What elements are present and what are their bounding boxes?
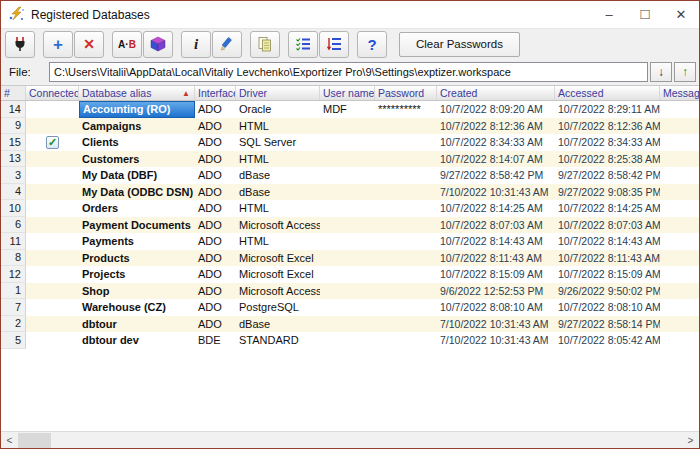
table-row[interactable]: 7Warehouse (CZ)ADOPostgreSQL10/7/2022 8:… (1, 299, 699, 316)
password-cell[interactable] (375, 316, 437, 333)
created-cell[interactable]: 10/7/2022 8:15:09 AM (437, 266, 555, 283)
interface-cell[interactable]: ADO (195, 200, 236, 217)
scroll-left-button[interactable]: < (1, 432, 18, 449)
maximize-button[interactable]: □ (627, 1, 663, 28)
interface-cell[interactable]: BDE (195, 332, 236, 349)
accessed-cell[interactable]: 9/27/2022 8:58:14 PM (555, 316, 660, 333)
alias-cell[interactable]: My Data (DBF) (79, 167, 195, 184)
table-row[interactable]: 5dbtour devBDESTANDARD7/10/2022 10:31:43… (1, 332, 699, 349)
user-cell[interactable] (320, 184, 375, 201)
help-button[interactable]: ? (357, 31, 387, 58)
clear-passwords-button[interactable]: Clear Passwords (399, 32, 520, 57)
driver-cell[interactable]: SQL Server (236, 134, 320, 151)
message-cell[interactable] (660, 332, 699, 349)
table-row[interactable]: 4My Data (ODBC DSN)ADOdBase7/10/2022 10:… (1, 184, 699, 201)
column-header-user-name[interactable]: User name (320, 86, 375, 100)
password-cell[interactable]: ********** (375, 101, 437, 118)
user-cell[interactable] (320, 299, 375, 316)
message-cell[interactable] (660, 118, 699, 135)
created-cell[interactable]: 7/10/2022 10:31:43 AM (437, 332, 555, 349)
accessed-cell[interactable]: 10/7/2022 8:14:25 AM (555, 200, 660, 217)
driver-cell[interactable]: PostgreSQL (236, 299, 320, 316)
column-header-database-alias[interactable]: Database alias ▲ (79, 86, 195, 100)
interface-cell[interactable]: ADO (195, 217, 236, 234)
created-cell[interactable]: 10/7/2022 8:14:07 AM (437, 151, 555, 168)
num-cell[interactable]: 8 (1, 250, 26, 267)
driver-cell[interactable]: dBase (236, 184, 320, 201)
alias-cell[interactable]: Warehouse (CZ) (79, 299, 195, 316)
accessed-cell[interactable]: 10/7/2022 8:11:43 AM (555, 250, 660, 267)
connected-cell[interactable] (26, 118, 79, 135)
driver-cell[interactable]: Microsoft Excel (236, 266, 320, 283)
connected-cell[interactable] (26, 233, 79, 250)
interface-cell[interactable]: ADO (195, 151, 236, 168)
created-cell[interactable]: 10/7/2022 8:08:10 AM (437, 299, 555, 316)
password-cell[interactable] (375, 332, 437, 349)
driver-cell[interactable]: Microsoft Access (236, 283, 320, 300)
message-cell[interactable] (660, 101, 699, 118)
interface-cell[interactable]: ADO (195, 250, 236, 267)
user-cell[interactable] (320, 316, 375, 333)
delete-database-button[interactable]: ✕ (74, 31, 104, 58)
connected-cell[interactable] (26, 151, 79, 168)
horizontal-scrollbar[interactable]: < > (1, 431, 699, 448)
load-workspace-button[interactable]: ↓ (650, 62, 672, 82)
created-cell[interactable]: 10/7/2022 8:07:03 AM (437, 217, 555, 234)
rename-database-button[interactable]: A·B (112, 31, 142, 58)
created-cell[interactable]: 10/7/2022 8:14:43 AM (437, 233, 555, 250)
save-workspace-button[interactable]: ↑ (674, 62, 696, 82)
accessed-cell[interactable]: 10/7/2022 8:15:09 AM (555, 266, 660, 283)
driver-cell[interactable]: dBase (236, 316, 320, 333)
interface-cell[interactable]: ADO (195, 184, 236, 201)
alias-cell[interactable]: Customers (79, 151, 195, 168)
column-header-accessed[interactable]: Accessed (555, 86, 660, 100)
alias-cell[interactable]: Orders (79, 200, 195, 217)
table-row[interactable]: 3My Data (DBF)ADOdBase9/27/2022 8:58:42 … (1, 167, 699, 184)
user-cell[interactable] (320, 332, 375, 349)
num-cell[interactable]: 7 (1, 299, 26, 316)
column-header-number[interactable]: # (1, 86, 26, 100)
accessed-cell[interactable]: 10/7/2022 8:08:10 AM (555, 299, 660, 316)
num-cell[interactable]: 2 (1, 316, 26, 333)
user-cell[interactable] (320, 118, 375, 135)
column-header-interface[interactable]: Interface (195, 86, 236, 100)
user-cell[interactable] (320, 217, 375, 234)
edit-button[interactable] (212, 31, 242, 58)
alias-cell[interactable]: Payment Documents (79, 217, 195, 234)
password-cell[interactable] (375, 184, 437, 201)
accessed-cell[interactable]: 9/27/2022 9:08:35 PM (555, 184, 660, 201)
message-cell[interactable] (660, 283, 699, 300)
message-cell[interactable] (660, 151, 699, 168)
connected-cell[interactable] (26, 250, 79, 267)
database-properties-button[interactable] (143, 31, 173, 58)
num-cell[interactable]: 15 (1, 134, 26, 151)
column-header-password[interactable]: Password (375, 86, 437, 100)
accessed-cell[interactable]: 10/7/2022 8:14:43 AM (555, 233, 660, 250)
accessed-cell[interactable]: 9/26/2022 9:50:02 PM (555, 283, 660, 300)
num-cell[interactable]: 1 (1, 283, 26, 300)
connected-cell[interactable] (26, 332, 79, 349)
num-cell[interactable]: 4 (1, 184, 26, 201)
info-button[interactable]: i (181, 31, 211, 58)
interface-cell[interactable]: ADO (195, 266, 236, 283)
driver-cell[interactable]: Oracle (236, 101, 320, 118)
column-header-message[interactable]: Message (660, 86, 699, 100)
num-cell[interactable]: 13 (1, 151, 26, 168)
password-cell[interactable] (375, 118, 437, 135)
connected-cell[interactable] (26, 283, 79, 300)
user-cell[interactable] (320, 233, 375, 250)
interface-cell[interactable]: ADO (195, 134, 236, 151)
accessed-cell[interactable]: 9/27/2022 8:58:42 PM (555, 167, 660, 184)
num-cell[interactable]: 5 (1, 332, 26, 349)
driver-cell[interactable]: Microsoft Access (236, 217, 320, 234)
connected-cell[interactable] (26, 266, 79, 283)
user-cell[interactable]: MDF (320, 101, 375, 118)
connected-cell[interactable] (26, 101, 79, 118)
alias-cell[interactable]: Accounting (RO) (79, 101, 195, 118)
accessed-cell[interactable]: 10/7/2022 8:34:33 AM (555, 134, 660, 151)
user-cell[interactable] (320, 151, 375, 168)
copy-button[interactable] (250, 31, 280, 58)
created-cell[interactable]: 9/27/2022 8:58:42 PM (437, 167, 555, 184)
connected-cell[interactable] (26, 217, 79, 234)
user-cell[interactable] (320, 134, 375, 151)
